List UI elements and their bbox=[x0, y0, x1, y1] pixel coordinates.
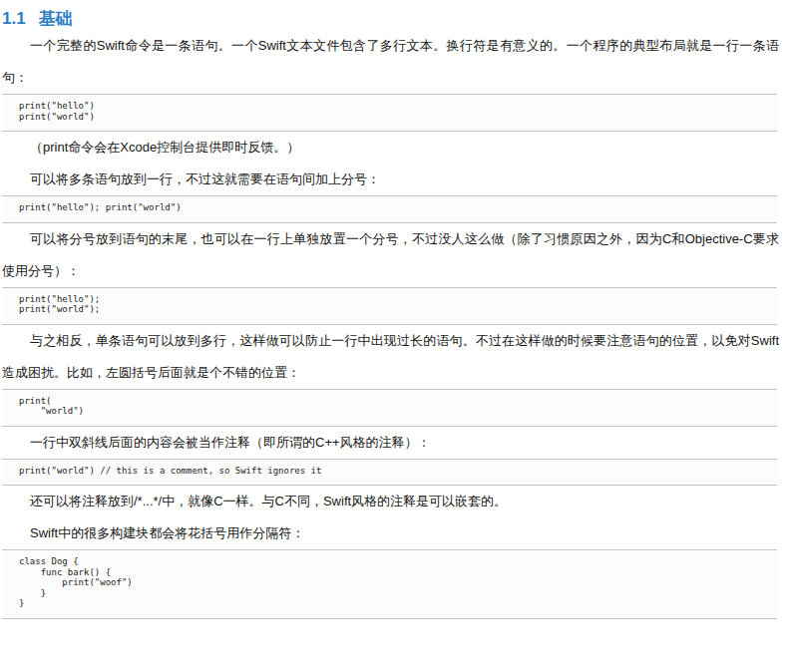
paragraph-block-comment: 还可以将注释放到/*...*/中，就像C一样。与C不同，Swift风格的注释是可… bbox=[2, 486, 783, 517]
paragraph-double-slash-comment: 一行中双斜线后面的内容会被当作注释（即所谓的C++风格的注释）： bbox=[2, 427, 783, 459]
section-heading: 1.1 基础 bbox=[2, 8, 783, 30]
section-number: 1.1 bbox=[2, 8, 26, 30]
section-title: 基础 bbox=[39, 8, 73, 30]
code-block-line-break: print( "world") bbox=[2, 389, 777, 427]
code-block-hello-world: print("hello") print("world") bbox=[2, 94, 777, 132]
code-block-semicolon-lines: print("hello"); print("world"); bbox=[2, 287, 777, 325]
code-block-comment: print("world") // this is a comment, so … bbox=[2, 459, 777, 487]
code-block-class-dog: class Dog { func bark() { print("woof") … bbox=[2, 549, 777, 619]
paragraph-semicolon-end: 可以将分号放到语句的末尾，也可以在一行上单独放置一个分号，不过没人这么做（除了习… bbox=[2, 223, 783, 287]
code-block-semicolon-one-line: print("hello"); print("world") bbox=[2, 195, 777, 223]
paragraph-curly-braces: Swift中的很多构建块都会将花括号用作分隔符： bbox=[2, 517, 783, 549]
paragraph-intro: 一个完整的Swift命令是一条语句。一个Swift文本文件包含了多行文本。换行符… bbox=[2, 30, 783, 94]
paragraph-multiple-statements: 可以将多条语句放到一行，不过这就需要在语句间加上分号： bbox=[2, 164, 783, 195]
paragraph-print-xcode: （print命令会在Xcode控制台提供即时反馈。） bbox=[2, 132, 783, 164]
paragraph-multiline-statement: 与之相反，单条语句可以放到多行，这样做可以防止一行中出现过长的语句。不过在这样做… bbox=[2, 325, 783, 389]
document-page: 1.1 基础 一个完整的Swift命令是一条语句。一个Swift文本文件包含了多… bbox=[0, 0, 789, 619]
